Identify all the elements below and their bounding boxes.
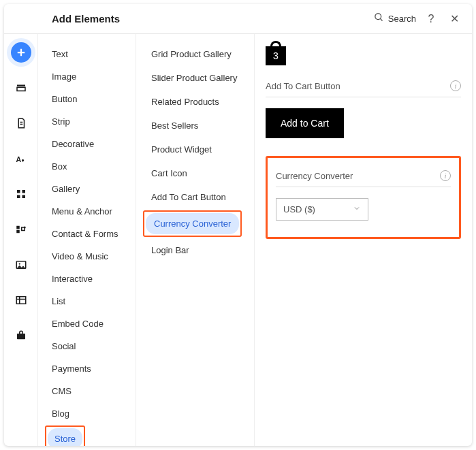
rail-design-icon[interactable]: A — [11, 148, 31, 169]
chevron-down-icon — [353, 204, 361, 214]
svg-rect-11 — [17, 195, 20, 199]
svg-point-0 — [375, 14, 381, 20]
rail-addons-icon[interactable] — [11, 219, 31, 240]
rail-apps-icon[interactable] — [11, 184, 31, 204]
svg-rect-13 — [16, 226, 20, 229]
rail-pages-icon[interactable] — [11, 113, 31, 133]
rail-business-icon[interactable] — [11, 325, 31, 346]
category-store[interactable]: Store — [48, 428, 82, 446]
category-list: Text Image Button Strip Decorative Box G… — [38, 34, 136, 446]
currency-select[interactable]: USD ($) — [276, 198, 368, 221]
sub-cart-icon[interactable]: Cart Icon — [143, 163, 195, 184]
category-embed-code[interactable]: Embed Code — [45, 313, 110, 334]
svg-point-15 — [23, 227, 25, 229]
category-button[interactable]: Button — [45, 89, 84, 110]
svg-rect-14 — [16, 230, 20, 234]
svg-rect-18 — [16, 297, 26, 304]
info-icon[interactable]: i — [440, 170, 451, 181]
rail-sections-icon[interactable] — [11, 78, 31, 98]
category-social[interactable]: Social — [45, 336, 82, 357]
svg-rect-10 — [22, 190, 25, 193]
help-button[interactable]: ? — [423, 11, 439, 27]
category-decorative[interactable]: Decorative — [45, 133, 101, 155]
left-rail: A — [4, 34, 38, 446]
category-payments[interactable]: Payments — [45, 358, 98, 379]
info-icon[interactable]: i — [450, 80, 461, 91]
preview-pane: 3 Add To Cart Button i Add to Cart Curre… — [255, 34, 472, 446]
rail-data-icon[interactable] — [11, 290, 31, 310]
currency-value: USD ($) — [283, 204, 315, 214]
category-text[interactable]: Text — [45, 44, 75, 65]
highlight-box: Store — [45, 425, 85, 446]
svg-line-1 — [380, 18, 382, 20]
svg-rect-12 — [22, 195, 25, 199]
add-to-cart-button[interactable]: Add to Cart — [266, 108, 344, 138]
svg-rect-21 — [17, 334, 25, 339]
section-header-addcart: Add To Cart Button i — [266, 75, 461, 97]
sub-login-bar[interactable]: Login Bar — [143, 240, 197, 261]
search-label: Search — [388, 14, 416, 24]
category-interactive[interactable]: Interactive — [45, 268, 99, 289]
highlight-box: Currency Converter i USD ($) — [266, 156, 461, 239]
cart-count: 3 — [266, 46, 286, 65]
svg-text:A: A — [16, 155, 21, 163]
section-header-currency: Currency Converter i — [276, 165, 451, 187]
highlight-box: Currency Converter — [143, 210, 242, 237]
cart-bag-icon[interactable]: 3 — [266, 41, 286, 65]
svg-rect-5 — [17, 87, 25, 91]
sub-related-products[interactable]: Related Products — [143, 91, 227, 112]
category-contact-forms[interactable]: Contact & Forms — [45, 223, 125, 244]
category-gallery[interactable]: Gallery — [45, 178, 86, 199]
panel-header: Add Elements Search ? ✕ — [4, 4, 472, 34]
sub-product-widget[interactable]: Product Widget — [143, 139, 220, 160]
category-video-music[interactable]: Video & Music — [45, 246, 115, 267]
category-list[interactable]: List — [45, 291, 72, 312]
search-icon — [374, 12, 384, 25]
sub-currency-converter[interactable]: Currency Converter — [146, 213, 239, 234]
category-box[interactable]: Box — [45, 156, 74, 177]
sub-slider-product-gallery[interactable]: Slider Product Gallery — [143, 67, 245, 89]
category-blog[interactable]: Blog — [45, 403, 76, 424]
sub-add-to-cart-button[interactable]: Add To Cart Button — [143, 187, 234, 208]
svg-rect-9 — [17, 190, 20, 193]
svg-point-17 — [18, 263, 20, 264]
rail-add-button[interactable] — [11, 42, 31, 63]
section-label: Currency Converter — [276, 171, 353, 181]
sub-grid-product-gallery[interactable]: Grid Product Gallery — [143, 44, 240, 65]
category-cms[interactable]: CMS — [45, 381, 78, 402]
sub-best-sellers[interactable]: Best Sellers — [143, 115, 206, 136]
sub-element-list: Grid Product Gallery Slider Product Gall… — [136, 34, 255, 446]
rail-media-icon[interactable] — [11, 255, 31, 275]
search-button[interactable]: Search — [374, 12, 416, 25]
svg-rect-4 — [17, 85, 25, 86]
category-image[interactable]: Image — [45, 66, 83, 87]
category-strip[interactable]: Strip — [45, 111, 77, 132]
panel-title: Add Elements — [52, 13, 367, 25]
category-menu-anchor[interactable]: Menu & Anchor — [45, 201, 119, 222]
section-label: Add To Cart Button — [266, 81, 340, 91]
close-button[interactable]: ✕ — [446, 11, 462, 27]
